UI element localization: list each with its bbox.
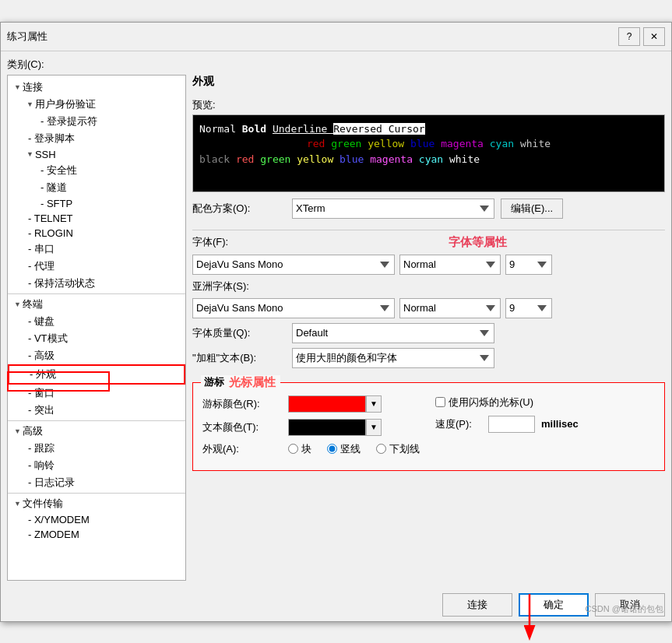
tree-item-label: - TELNET bbox=[28, 213, 73, 224]
text-color-row: 文本颜色(T): ▼ bbox=[202, 419, 420, 436]
tree-item-label: - RLOGIN bbox=[28, 227, 73, 239]
tree-item-TELNET[interactable]: - TELNET bbox=[8, 211, 185, 226]
speed-row: 速度(P): millisec bbox=[435, 416, 579, 433]
tree-item-label: - 日志记录 bbox=[28, 476, 75, 490]
tree-item-终端[interactable]: ▼ 终端 bbox=[8, 296, 185, 313]
tree-item-label: - X/YMODEM bbox=[28, 514, 90, 525]
tree-item-SSH[interactable]: ▼ SSH bbox=[8, 147, 185, 162]
font-size-select[interactable]: 9 bbox=[505, 255, 552, 275]
tree-item-登录提示符[interactable]: - 登录提示符 bbox=[8, 113, 185, 130]
tree-item-突出[interactable]: - 突出 bbox=[8, 402, 185, 419]
appearance-block-label[interactable]: 块 bbox=[288, 442, 311, 456]
tree-item-RLOGIN[interactable]: - RLOGIN bbox=[8, 226, 185, 241]
appearance-underline-radio[interactable] bbox=[376, 444, 386, 454]
flash-text: 使用闪烁的光标(U) bbox=[449, 395, 533, 409]
quality-row: 字体质量(Q): Default bbox=[192, 323, 665, 343]
tree-item-label: 连接 bbox=[23, 80, 43, 94]
tree-item-保持活动状态[interactable]: - 保持活动状态 bbox=[8, 275, 185, 292]
font-section-header: 字体(F): 字体等属性 bbox=[192, 235, 665, 250]
appearance-label: 外观(A): bbox=[202, 442, 280, 456]
appearance-block-radio[interactable] bbox=[288, 444, 298, 454]
tree-separator bbox=[8, 493, 185, 494]
cursor-color-row: 游标颜色(R): ▼ bbox=[202, 395, 420, 413]
text-color-dropdown-btn[interactable]: ▼ bbox=[366, 419, 382, 436]
flash-checkbox[interactable] bbox=[435, 397, 445, 407]
preview-cyan: cyan bbox=[419, 153, 449, 165]
asian-font-select[interactable]: DejaVu Sans Mono bbox=[192, 298, 395, 318]
tree-item-ZMODEM[interactable]: - ZMODEM bbox=[8, 527, 185, 542]
expand-icon: ▼ bbox=[14, 300, 21, 308]
preview-dred: red bbox=[307, 138, 331, 149]
bold-row: "加粗"文本(B): 使用大胆的颜色和字体 bbox=[192, 348, 665, 368]
tree-item-SFTP[interactable]: - SFTP bbox=[8, 196, 185, 211]
asian-font-size-select[interactable]: 9 bbox=[505, 298, 552, 318]
tree-separator bbox=[8, 293, 185, 294]
appearance-row: 外观(A): 块 竖线 bbox=[202, 442, 420, 456]
tree-item-跟踪[interactable]: - 跟踪 bbox=[8, 440, 185, 457]
help-button[interactable]: ? bbox=[618, 27, 640, 46]
bold-select[interactable]: 使用大胆的颜色和字体 bbox=[292, 348, 494, 368]
tree-item-窗口[interactable]: - 窗口 bbox=[8, 385, 185, 402]
tree-item-用户身份验证[interactable]: ▼ 用户身份验证 bbox=[8, 96, 185, 113]
speed-input[interactable] bbox=[488, 416, 535, 433]
preview-blue: blue bbox=[340, 153, 370, 165]
tree-item-日志记录[interactable]: - 日志记录 bbox=[8, 474, 185, 491]
confirm-button[interactable]: 确定 bbox=[519, 593, 589, 617]
tree-item-文件传输[interactable]: ▼ 文件传输 bbox=[8, 495, 185, 512]
connect-button[interactable]: 连接 bbox=[442, 593, 512, 617]
tree-item-外观[interactable]: - 外观 bbox=[8, 364, 185, 385]
appearance-underline-text: 下划线 bbox=[389, 442, 420, 456]
tree-item-label: - 登录脚本 bbox=[28, 132, 75, 146]
preview-dmagenta: magenta bbox=[441, 138, 490, 149]
category-label: 类别(C): bbox=[7, 58, 665, 72]
title-bar: 练习属性 ? ✕ bbox=[1, 23, 671, 51]
asian-font-style-select[interactable]: Normal bbox=[399, 298, 501, 318]
appearance-vertical-radio[interactable] bbox=[327, 444, 337, 454]
tree-item-X/YMODEM[interactable]: - X/YMODEM bbox=[8, 512, 185, 527]
preview-dgreen: green bbox=[331, 138, 368, 149]
bottom-buttons: 连接 确定 取消 bbox=[1, 587, 671, 621]
quality-select[interactable]: Default bbox=[292, 323, 494, 343]
tree-item-安全性[interactable]: - 安全性 bbox=[8, 162, 185, 179]
tree-item-VT模式[interactable]: - VT模式 bbox=[8, 330, 185, 347]
tree-item-label: - 高级 bbox=[28, 349, 55, 363]
color-scheme-select[interactable]: XTerm bbox=[292, 199, 494, 219]
tree-item-label: - ZMODEM bbox=[28, 529, 79, 540]
tree-item-串口[interactable]: - 串口 bbox=[8, 241, 185, 258]
font-style-select[interactable]: Normal bbox=[399, 255, 501, 275]
tree-item-登录脚本[interactable]: - 登录脚本 bbox=[8, 130, 185, 147]
text-color-preview bbox=[288, 419, 366, 436]
tree-item-label: - 安全性 bbox=[40, 163, 77, 177]
expand-icon: ▼ bbox=[14, 427, 21, 435]
color-scheme-row: 配色方案(O): XTerm 编辑(E)... bbox=[192, 199, 665, 219]
expand-icon: ▼ bbox=[14, 500, 21, 508]
cursor-color-dropdown-btn[interactable]: ▼ bbox=[366, 395, 382, 413]
font-row: DejaVu Sans Mono Normal 9 bbox=[192, 255, 665, 275]
tree-item-高级[interactable]: - 高级 bbox=[8, 347, 185, 364]
text-color-label: 文本颜色(T): bbox=[202, 420, 280, 434]
tree-item-键盘[interactable]: - 键盘 bbox=[8, 313, 185, 330]
asian-font-label: 亚洲字体(S): bbox=[192, 279, 286, 293]
preview-terminal: Normal Bold Underline Reversed Cursor re… bbox=[192, 114, 665, 192]
font-select[interactable]: DejaVu Sans Mono bbox=[192, 255, 395, 275]
tree-item-响铃[interactable]: - 响铃 bbox=[8, 457, 185, 474]
quality-label: 字体质量(Q): bbox=[192, 326, 286, 340]
appearance-underline-label[interactable]: 下划线 bbox=[376, 442, 420, 456]
bold-label: "加粗"文本(B): bbox=[192, 351, 286, 365]
appearance-vertical-label[interactable]: 竖线 bbox=[327, 442, 361, 456]
flash-row: 使用闪烁的光标(U) bbox=[435, 395, 579, 409]
tree-item-label: 用户身份验证 bbox=[35, 97, 96, 111]
font-label: 字体(F): bbox=[192, 235, 286, 249]
close-button[interactable]: ✕ bbox=[643, 27, 665, 46]
dialog-title: 练习属性 bbox=[7, 30, 47, 44]
tree-item-隧道[interactable]: - 隧道 bbox=[8, 179, 185, 196]
tree-panel: ▼ 连接▼ 用户身份验证 - 登录提示符 - 登录脚本▼ SSH - 安全性 -… bbox=[7, 75, 186, 581]
tree-item-代理[interactable]: - 代理 bbox=[8, 258, 185, 275]
tree-item-label: - 突出 bbox=[28, 403, 55, 417]
tree-item-连接[interactable]: ▼ 连接 bbox=[8, 79, 185, 96]
tree-item-高级2[interactable]: ▼ 高级 bbox=[8, 423, 185, 440]
right-panel: 外观 预览: Normal Bold Underline Reversed Cu… bbox=[192, 75, 665, 581]
flash-label[interactable]: 使用闪烁的光标(U) bbox=[435, 395, 533, 409]
edit-button[interactable]: 编辑(E)... bbox=[501, 199, 563, 219]
tree-item-label: - 外观 bbox=[30, 367, 56, 381]
